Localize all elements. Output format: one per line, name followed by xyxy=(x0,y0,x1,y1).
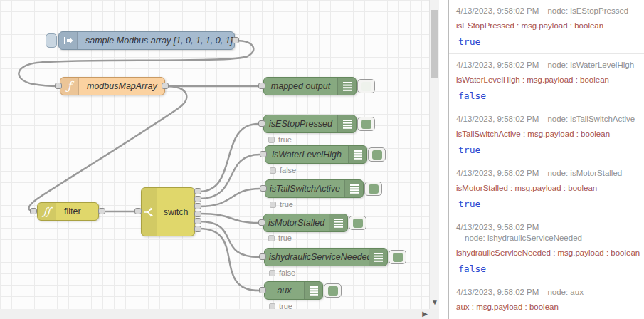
inject-button[interactable] xyxy=(46,33,57,48)
status-dot xyxy=(269,303,275,310)
debug-list-icon xyxy=(329,214,347,231)
debug-message-meta: 4/13/2023, 9:58:02 PMnode: ishydraulicSe… xyxy=(456,222,641,244)
node-label: aux xyxy=(265,286,304,296)
debug-value: true xyxy=(456,199,641,209)
port-in[interactable] xyxy=(55,83,62,89)
port-out-5[interactable] xyxy=(194,218,201,224)
debug-value: false xyxy=(456,90,641,101)
port-out-4[interactable] xyxy=(194,211,201,217)
node-status: true xyxy=(268,234,292,242)
debug-value: true xyxy=(456,145,641,155)
node-debug-isWaterLevelHigh[interactable]: isWaterLevelHigh xyxy=(265,145,367,164)
debug-property: isMotorStalled : msg.payload : boolean xyxy=(456,183,641,193)
node-debug-isMotorStalled[interactable]: isMotorStalled xyxy=(263,214,348,232)
debug-list-icon xyxy=(369,249,387,266)
node-filter[interactable]: ∬ filter xyxy=(37,202,99,221)
scroll-down-arrow-icon[interactable]: ▼ xyxy=(430,298,440,308)
node-label: isWaterLevelHigh xyxy=(265,150,348,160)
wire[interactable] xyxy=(199,155,260,199)
debug-toggle-button[interactable] xyxy=(389,250,406,264)
debug-property: aux : msg.payload : boolean xyxy=(456,302,641,312)
node-function[interactable]: ƒ modbusMapArray xyxy=(60,77,165,95)
status-dot xyxy=(268,235,275,241)
node-label: isEStopPressed xyxy=(264,119,337,129)
debug-node-name: node: aux xyxy=(547,287,584,298)
horizontal-scrollbar[interactable]: ▶ xyxy=(0,309,439,319)
debug-message: 4/13/2023, 9:58:02 PMnode: aux aux : msg… xyxy=(449,281,644,319)
debug-toggle-state xyxy=(328,286,338,296)
node-status: true xyxy=(270,200,293,209)
debug-value: true xyxy=(456,36,641,47)
debug-message: 4/13/2023, 9:58:02 PMnode: ishydraulicSe… xyxy=(449,216,644,281)
debug-list-icon xyxy=(337,115,356,132)
debug-toggle-state xyxy=(353,219,363,228)
debug-sidebar[interactable]: 4/13/2023, 9:58:02 PMnode: isEStopPresse… xyxy=(448,0,644,319)
switch-fork-icon xyxy=(142,188,157,236)
port-out[interactable] xyxy=(98,208,105,214)
debug-toggle-state xyxy=(369,184,379,194)
debug-toggle-button[interactable] xyxy=(368,147,386,162)
node-status: true xyxy=(269,302,292,309)
port-out-6[interactable] xyxy=(194,226,201,232)
node-label: switch xyxy=(157,207,194,217)
port-in[interactable] xyxy=(134,208,142,214)
port-in[interactable] xyxy=(258,219,265,226)
wire[interactable] xyxy=(199,221,259,257)
debug-property: ishydraulicServiceNeeded : msg.payload :… xyxy=(456,248,641,258)
node-debug-mapped-output[interactable]: mapped output xyxy=(263,77,357,95)
debug-message-meta: 4/13/2023, 9:58:02 PMnode: isMotorStalle… xyxy=(456,168,641,179)
debug-timestamp: 4/13/2023, 9:58:02 PM xyxy=(456,115,539,123)
debug-timestamp: 4/13/2023, 9:58:02 PM xyxy=(456,61,539,69)
debug-property: isEStopPressed : msg.payload : boolean xyxy=(456,21,641,31)
node-label: mapped output xyxy=(264,81,337,91)
vertical-scrollbar[interactable]: ▼ xyxy=(429,0,439,309)
debug-node-name: node: isTailSwitchActive xyxy=(547,114,635,125)
port-out[interactable] xyxy=(232,37,239,43)
port-out-2[interactable] xyxy=(194,196,201,202)
node-label: sample Modbus array [1, 0, 1, 1, 0, 1] xyxy=(78,36,234,46)
status-dot xyxy=(269,270,275,276)
debug-node-name: node: isEStopPressed xyxy=(547,6,628,16)
node-status: false xyxy=(269,268,295,277)
port-in[interactable] xyxy=(258,83,265,89)
debug-toggle-button[interactable] xyxy=(349,216,366,230)
port-out-1[interactable] xyxy=(194,188,201,194)
debug-list-icon xyxy=(304,282,322,299)
debug-node-name: node: isMotorStalled xyxy=(547,168,622,179)
node-debug-aux[interactable]: aux xyxy=(264,281,323,300)
port-in[interactable] xyxy=(259,253,266,260)
port-in[interactable] xyxy=(30,208,37,214)
scroll-right-arrow-icon[interactable]: ▶ xyxy=(420,309,430,319)
port-in[interactable] xyxy=(260,185,267,192)
debug-toggle-state xyxy=(393,253,403,262)
debug-toggle-button[interactable] xyxy=(324,283,342,298)
node-debug-isEStopPressed[interactable]: isEStopPressed xyxy=(263,115,357,133)
node-debug-ishydraulicServiceNeeded[interactable]: ishydraulicServiceNeeded xyxy=(264,248,388,266)
status-dot xyxy=(270,202,276,208)
debug-property: isWaterLevelHigh : msg.payload : boolean xyxy=(456,75,641,85)
debug-toggle-button[interactable] xyxy=(364,182,382,196)
debug-message: 4/13/2023, 9:58:02 PMnode: isWaterLevelH… xyxy=(449,54,644,108)
vertical-scrollbar-thumb[interactable] xyxy=(431,10,438,78)
port-in[interactable] xyxy=(259,287,266,293)
debug-toggle-button[interactable] xyxy=(357,79,375,93)
function-icon: ƒ xyxy=(60,78,79,95)
wire[interactable] xyxy=(199,229,259,291)
port-in[interactable] xyxy=(258,120,265,127)
flow-canvas[interactable]: sample Modbus array [1, 0, 1, 1, 0, 1] ƒ… xyxy=(0,0,429,309)
node-label: filter xyxy=(56,206,98,216)
port-in[interactable] xyxy=(260,151,267,157)
debug-toggle-button[interactable] xyxy=(357,117,375,131)
filter-icon: ∬ xyxy=(38,203,56,220)
debug-list-icon xyxy=(344,180,363,197)
debug-message: 4/13/2023, 9:58:02 PMnode: isTailSwitchA… xyxy=(449,108,644,162)
port-out[interactable] xyxy=(162,83,169,89)
node-inject[interactable]: sample Modbus array [1, 0, 1, 1, 0, 1] xyxy=(58,31,235,50)
port-out-3[interactable] xyxy=(194,203,201,209)
debug-toggle-state xyxy=(372,150,382,160)
debug-node-name: node: ishydraulicServiceNeeded xyxy=(465,233,582,244)
node-debug-isTailSwitchActive[interactable]: isTailSwitchActive xyxy=(265,179,364,198)
sidebar-resizer[interactable] xyxy=(439,0,448,319)
node-label: modbusMapArray xyxy=(79,81,164,91)
node-switch[interactable]: switch xyxy=(141,187,195,236)
